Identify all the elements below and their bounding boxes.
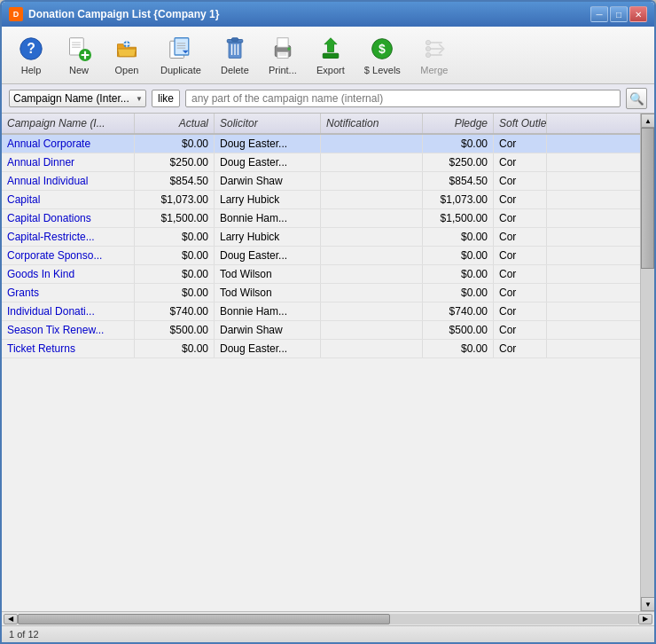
table-row[interactable]: Season Tix Renew... $500.00 Darwin Shaw …: [2, 321, 640, 340]
campaign-link[interactable]: Individual Donati...: [7, 305, 95, 318]
cell-pledge: $500.00: [423, 321, 494, 339]
cell-solicitor: Doug Easter...: [215, 153, 321, 171]
cell-notification: [321, 153, 423, 171]
grid-main: Campaign Name (I... Actual Solicitor Not…: [2, 114, 640, 611]
cell-pledge: $854.50: [423, 172, 494, 190]
cell-pledge: $1,500.00: [423, 209, 494, 227]
scroll-v-thumb[interactable]: [641, 128, 654, 269]
table-row[interactable]: Annual Individual $854.50 Darwin Shaw $8…: [2, 172, 640, 191]
filter-search-button[interactable]: 🔍: [626, 88, 647, 109]
table-row[interactable]: Ticket Returns $0.00 Doug Easter... $0.0…: [2, 340, 640, 358]
status-bar: 1 of 12: [2, 625, 654, 642]
print-icon: [269, 35, 297, 63]
duplicate-label: Duplicate: [160, 65, 201, 75]
merge-button[interactable]: Merge: [412, 30, 457, 80]
window-title: Donation Campaign List {Company 1}: [28, 8, 219, 20]
open-button[interactable]: Open: [105, 30, 149, 80]
help-button[interactable]: ? Help: [9, 30, 53, 80]
campaign-link[interactable]: Annual Dinner: [7, 156, 74, 169]
window-icon: D: [9, 7, 23, 21]
col-header-notification: Notification: [321, 114, 423, 133]
campaign-link[interactable]: Annual Corporate: [7, 137, 90, 150]
svg-point-28: [287, 47, 291, 51]
campaign-link[interactable]: Grants: [7, 287, 39, 299]
table-row[interactable]: Capital $1,073.00 Larry Hubick $1,073.00…: [2, 191, 640, 209]
cell-soft: Cor: [494, 340, 547, 357]
table-row[interactable]: Corporate Sponso... $0.00 Doug Easter...…: [2, 247, 640, 265]
campaign-link[interactable]: Capital-Restricte...: [7, 231, 95, 243]
cell-pledge: $1,073.00: [423, 191, 494, 208]
scroll-up-arrow[interactable]: ▲: [641, 114, 654, 128]
campaign-link[interactable]: Corporate Sponso...: [7, 249, 102, 262]
campaign-link[interactable]: Capital Donations: [7, 212, 91, 224]
print-button[interactable]: Print...: [261, 30, 305, 80]
cell-soft: Cor: [494, 302, 547, 320]
cell-actual: $0.00: [135, 247, 215, 264]
cell-actual: $1,073.00: [135, 191, 215, 208]
cell-pledge: $0.00: [423, 340, 494, 357]
svg-text:$: $: [379, 42, 386, 56]
scroll-down-arrow[interactable]: ▼: [641, 597, 654, 611]
cell-solicitor: Darwin Shaw: [215, 321, 321, 339]
table-row[interactable]: Annual Dinner $250.00 Doug Easter... $25…: [2, 153, 640, 172]
cell-actual: $250.00: [135, 153, 215, 171]
title-controls: ─ □ ✕: [590, 6, 647, 22]
cell-solicitor: Doug Easter...: [215, 247, 321, 264]
table-row[interactable]: Grants $0.00 Tod Wilson $0.00 Cor: [2, 284, 640, 302]
grid-container: Campaign Name (I... Actual Solicitor Not…: [2, 114, 654, 611]
new-label: New: [69, 65, 89, 75]
delete-icon: [221, 35, 249, 63]
campaign-link[interactable]: Ticket Returns: [7, 342, 75, 355]
cell-pledge: $250.00: [423, 153, 494, 171]
cell-soft: Cor: [494, 135, 547, 153]
title-bar-left: D Donation Campaign List {Company 1}: [9, 7, 219, 21]
search-icon: 🔍: [629, 92, 644, 106]
col-header-soft: Soft Outlet: [494, 114, 547, 133]
scroll-h-thumb[interactable]: [18, 614, 390, 624]
table-row[interactable]: Capital Donations $1,500.00 Bonnie Ham..…: [2, 209, 640, 228]
table-row[interactable]: Annual Corporate $0.00 Doug Easter... $0…: [2, 135, 640, 153]
close-button[interactable]: ✕: [629, 6, 647, 22]
cell-solicitor: Bonnie Ham...: [215, 302, 321, 320]
campaign-link[interactable]: Capital: [7, 193, 40, 206]
table-row[interactable]: Capital-Restricte... $0.00 Larry Hubick …: [2, 228, 640, 247]
filter-input[interactable]: [185, 90, 621, 107]
levels-button[interactable]: $ $ Levels: [356, 30, 409, 80]
new-button[interactable]: New: [57, 30, 101, 80]
main-window: D Donation Campaign List {Company 1} ─ □…: [0, 0, 656, 644]
delete-button[interactable]: Delete: [213, 30, 257, 80]
cell-solicitor: Doug Easter...: [215, 135, 321, 153]
merge-icon: [420, 35, 449, 63]
filter-field-select[interactable]: Campaign Name (Inter...: [9, 90, 146, 107]
cell-pledge: $0.00: [423, 135, 494, 153]
cell-notification: [321, 228, 423, 246]
cell-pledge: $740.00: [423, 302, 494, 320]
cell-name: Individual Donati...: [2, 302, 135, 320]
campaign-link[interactable]: Annual Individual: [7, 175, 88, 187]
scroll-left-arrow[interactable]: ◀: [4, 614, 18, 624]
maximize-button[interactable]: □: [610, 6, 628, 22]
vertical-scrollbar[interactable]: ▲ ▼: [640, 114, 654, 611]
cell-soft: Cor: [494, 153, 547, 171]
cell-soft: Cor: [494, 284, 547, 302]
cell-soft: Cor: [494, 172, 547, 190]
cell-solicitor: Tod Wilson: [215, 284, 321, 302]
export-button[interactable]: Export: [308, 30, 353, 80]
cell-solicitor: Larry Hubick: [215, 191, 321, 208]
svg-rect-19: [231, 38, 238, 42]
col-header-name: Campaign Name (I...: [2, 114, 135, 133]
levels-icon: $: [368, 35, 396, 63]
minimize-button[interactable]: ─: [590, 6, 608, 22]
toolbar: ? Help New: [2, 27, 654, 84]
grid-header: Campaign Name (I... Actual Solicitor Not…: [2, 114, 640, 135]
campaign-link[interactable]: Goods In Kind: [7, 268, 74, 280]
cell-notification: [321, 209, 423, 227]
cell-name: Capital: [2, 191, 135, 208]
table-row[interactable]: Goods In Kind $0.00 Tod Wilson $0.00 Cor: [2, 265, 640, 284]
campaign-link[interactable]: Season Tix Renew...: [7, 324, 104, 336]
scroll-right-arrow[interactable]: ▶: [638, 614, 652, 624]
duplicate-button[interactable]: Duplicate: [152, 30, 209, 80]
cell-actual: $0.00: [135, 284, 215, 302]
table-row[interactable]: Individual Donati... $740.00 Bonnie Ham.…: [2, 302, 640, 321]
scroll-h-track: [18, 614, 638, 624]
